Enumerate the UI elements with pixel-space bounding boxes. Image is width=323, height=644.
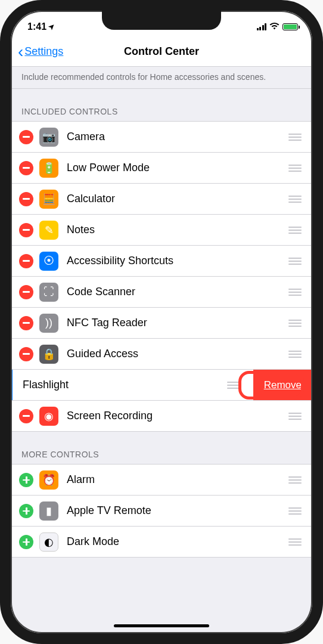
item-label: NFC Tag Reader	[67, 317, 288, 329]
list-item[interactable]: ◉Screen Recording	[11, 401, 312, 432]
add-button[interactable]	[19, 473, 33, 487]
list-item[interactable]: ⛶Code Scanner	[11, 277, 312, 308]
item-label: Accessibility Shortcuts	[67, 255, 288, 267]
item-label: Notes	[67, 224, 288, 236]
remove-button[interactable]	[19, 409, 33, 423]
nfc-icon: ))	[39, 314, 58, 333]
item-label: Code Scanner	[67, 286, 288, 298]
minus-icon	[23, 353, 30, 355]
remove-button[interactable]	[19, 130, 33, 144]
codescanner-icon: ⛶	[39, 283, 58, 302]
location-services-icon: ➤	[47, 22, 57, 32]
item-label: Calculator	[67, 193, 288, 205]
drag-handle-icon[interactable]	[288, 258, 302, 265]
minus-icon	[23, 229, 30, 231]
item-label: Screen Recording	[67, 410, 288, 422]
drag-handle-icon[interactable]	[288, 507, 302, 515]
included-controls-header: INCLUDED CONTROLS	[11, 89, 312, 122]
remove-button[interactable]	[19, 161, 33, 175]
item-label: Guided Access	[67, 348, 288, 360]
list-item[interactable]: 🔋Low Power Mode	[11, 153, 312, 184]
drag-handle-icon[interactable]	[288, 538, 302, 546]
drag-handle-icon[interactable]	[288, 289, 302, 296]
navigation-bar: ‹ Settings Control Center	[11, 37, 312, 67]
list-item[interactable]: ⦿Accessibility Shortcuts	[11, 246, 312, 277]
appletv-icon: ▮	[39, 501, 58, 521]
item-label: Flashlight	[23, 379, 227, 391]
drag-handle-icon[interactable]	[288, 413, 302, 420]
drag-handle-icon[interactable]	[288, 227, 302, 234]
notes-icon: ✎	[39, 221, 58, 240]
lowpower-icon: 🔋	[39, 159, 58, 178]
wifi-icon	[269, 22, 279, 32]
screenrec-icon: ◉	[39, 407, 58, 426]
plus-icon	[23, 507, 30, 515]
back-label: Settings	[24, 45, 63, 58]
plus-icon	[23, 476, 30, 484]
accessibility-icon: ⦿	[39, 252, 58, 271]
chevron-left-icon: ‹	[18, 44, 23, 60]
item-label: Low Power Mode	[67, 162, 288, 174]
minus-icon	[23, 415, 30, 417]
back-button[interactable]: ‹ Settings	[18, 44, 63, 60]
list-item[interactable]: ✎Notes	[11, 215, 312, 246]
add-button[interactable]	[19, 504, 33, 518]
minus-icon	[23, 167, 30, 169]
item-label: Camera	[67, 131, 288, 143]
list-item[interactable]: FlashlightRemove	[11, 370, 312, 401]
camera-icon: 📷	[39, 128, 58, 147]
darkmode-icon: ◐	[39, 532, 58, 552]
alarm-icon: ⏰	[39, 470, 58, 490]
remove-button[interactable]	[19, 192, 33, 206]
remove-button[interactable]	[19, 347, 33, 361]
battery-icon	[282, 23, 298, 30]
included-controls-list: 📷Camera🔋Low Power Mode🧮Calculator✎Notes⦿…	[11, 122, 312, 432]
list-item[interactable]: ))NFC Tag Reader	[11, 308, 312, 339]
minus-icon	[23, 198, 30, 200]
list-item[interactable]: ⏰Alarm	[11, 465, 312, 496]
minus-icon	[23, 260, 30, 262]
drag-handle-icon[interactable]	[288, 134, 302, 141]
add-button[interactable]	[19, 535, 33, 549]
section-description: Include recommended controls for Home ac…	[11, 67, 312, 89]
minus-icon	[23, 136, 30, 138]
list-item[interactable]: ▮Apple TV Remote	[11, 496, 312, 527]
item-label: Alarm	[67, 473, 288, 486]
minus-icon	[23, 322, 30, 324]
guided-icon: 🔒	[39, 345, 58, 364]
more-controls-list: ⏰Alarm▮Apple TV Remote◐Dark Mode	[11, 465, 312, 558]
remove-button[interactable]	[19, 223, 33, 237]
drag-handle-icon[interactable]	[227, 382, 240, 389]
calculator-icon: 🧮	[39, 190, 58, 209]
list-item[interactable]: ◐Dark Mode	[11, 527, 312, 558]
drag-handle-icon[interactable]	[288, 351, 302, 358]
list-item[interactable]: 🧮Calculator	[11, 184, 312, 215]
status-time: 1:41	[27, 21, 46, 32]
item-label: Dark Mode	[67, 535, 288, 548]
list-item[interactable]: 🔒Guided Access	[11, 339, 312, 370]
remove-button[interactable]	[19, 254, 33, 268]
cellular-signal-icon	[257, 23, 267, 30]
drag-handle-icon[interactable]	[288, 165, 302, 172]
list-item[interactable]: 📷Camera	[11, 122, 312, 153]
drag-handle-icon[interactable]	[288, 476, 302, 484]
plus-icon	[23, 538, 30, 546]
remove-confirm-button[interactable]: Remove	[253, 370, 312, 400]
item-label: Apple TV Remote	[67, 504, 288, 517]
remove-button[interactable]	[19, 316, 33, 330]
drag-handle-icon[interactable]	[288, 320, 302, 327]
drag-handle-icon[interactable]	[288, 196, 302, 203]
home-indicator[interactable]	[114, 624, 209, 627]
page-title: Control Center	[124, 45, 199, 58]
more-controls-header: MORE CONTROLS	[11, 432, 312, 465]
remove-button[interactable]	[19, 285, 33, 299]
minus-icon	[23, 291, 30, 293]
